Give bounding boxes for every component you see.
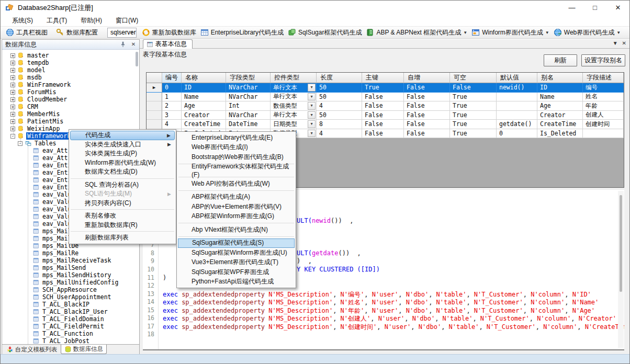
context-menu-item-11[interactable]: 重新加载数据库(R)	[70, 221, 175, 230]
grid-cell-0-1[interactable]: ID	[182, 83, 226, 93]
tree-database-tempdb[interactable]: +tempdb	[2, 59, 50, 66]
submenu-item-15[interactable]: SqlSugar框架Winform界面生成(U)	[178, 248, 295, 258]
sidebar-close-icon[interactable]: ✕	[130, 41, 137, 48]
set-field-alias-button[interactable]: 设置字段别名	[581, 54, 625, 66]
tree-table-11[interactable]: mps_MailAt	[2, 228, 80, 235]
database-type-combobox[interactable]: sqlserver▼	[107, 28, 137, 38]
grid-cell-4-0[interactable]: 4	[162, 120, 182, 129]
context-menu-item-0[interactable]: 代码生成▶	[70, 131, 175, 140]
grid-column-header-2[interactable]: 字段类型	[226, 73, 271, 83]
grid-column-header-6[interactable]: 自增	[404, 73, 450, 83]
tab-close-icon[interactable]: ✕	[622, 40, 626, 46]
grid-cell-1-4[interactable]: 50	[317, 93, 362, 102]
tree-scrollbar-thumb[interactable]	[136, 52, 138, 66]
grid-cell-3-5[interactable]: False	[362, 111, 404, 120]
grid-row-0[interactable]: ▶0IDNVarChar单行文本▼50TrueFalseFalsenewid()…	[147, 83, 624, 93]
submenu-item-10[interactable]: ABP框架Winform界面生成(G)	[178, 212, 295, 222]
tree-database-MemberMis[interactable]: +MemberMis	[2, 110, 61, 118]
context-menu-item-8[interactable]: 拷贝列表内容(C)	[70, 199, 175, 208]
grid-cell-2-2[interactable]: Int	[226, 101, 271, 111]
cell-combobox-button[interactable]: ▼	[308, 130, 316, 138]
grid-cell-2-4[interactable]: 4	[317, 101, 362, 111]
grid-row-1[interactable]: 1NameNVarChar单行文本▼50FalseFalseTrueName姓名	[147, 93, 624, 102]
grid-column-header-10[interactable]: 字段描述	[583, 73, 624, 83]
grid-cell-3-7[interactable]: True	[450, 111, 497, 120]
grid-column-header-1[interactable]: 名称	[182, 73, 226, 83]
tree-table-14[interactable]: mps_MailRe	[2, 249, 80, 257]
grid-row-2[interactable]: 2AgeInt数值类型▼4FalseFalseTrueAge年龄	[147, 101, 624, 111]
grid-cell-3-0[interactable]: 3	[162, 111, 182, 120]
grid-cell-5-7[interactable]: True	[450, 129, 497, 139]
grid-cell-3-2[interactable]: NVarChar	[226, 111, 271, 120]
grid-cell-2-3[interactable]: 数值类型▼	[271, 101, 317, 111]
grid-cell-3-10[interactable]: 创建人	[583, 111, 624, 120]
grid-cell-1-10[interactable]: 姓名	[583, 93, 624, 102]
grid-cell-2-8[interactable]	[497, 101, 537, 111]
toolbar-button-6[interactable]: ABP & ABPNext 框架代码生成▼	[364, 27, 469, 38]
grid-row-selector[interactable]: ▶	[147, 83, 162, 93]
submenu-item-17[interactable]: SqlSugar框架WPF界面生成	[178, 267, 295, 277]
grid-column-header-3[interactable]: 控件类型	[271, 73, 317, 83]
tree-table-22[interactable]: T_ACL_BlackIP_User	[2, 308, 109, 315]
toolbar-button-8[interactable]: Web界面代码生成▼	[552, 27, 623, 38]
tree-database-model[interactable]: +model	[2, 66, 47, 74]
context-menu-item-10[interactable]: 表别名修改	[70, 211, 175, 221]
sidebar-tab-0[interactable]: 自定义模板列表	[3, 345, 61, 354]
grid-row-4[interactable]: 4CreateTimeDateTime日期类型▼8FalseFalseTrueg…	[147, 120, 624, 129]
menubar-item-1[interactable]: 工具(T)	[41, 15, 72, 26]
grid-cell-5-6[interactable]: False	[404, 129, 450, 139]
submenu-item-16[interactable]: Vue3+Element界面代码生成(T)	[178, 258, 295, 268]
close-button[interactable]: ✕	[606, 1, 629, 15]
menubar-item-0[interactable]: 系统(S)	[7, 15, 38, 26]
context-menu-item-13[interactable]: 刷新数据库列表	[70, 233, 175, 243]
tree-table-23[interactable]: T_ACL_FieldDomain	[2, 315, 105, 323]
grid-cell-0-8[interactable]: newid()	[497, 83, 537, 93]
grid-cell-5-9[interactable]: Is_Deleted	[537, 129, 583, 139]
sql-scrollbar-thumb[interactable]	[620, 195, 622, 292]
tree-table-21[interactable]: T_ACL_BlackIP	[2, 301, 91, 308]
cell-combobox-button[interactable]: ▼	[308, 102, 316, 110]
context-menu-item-1[interactable]: 实体类生成快速入口▶	[70, 140, 175, 150]
tree-table-1[interactable]: eav_Attrib	[2, 154, 80, 162]
tree-table-5[interactable]: eav_Entity	[2, 184, 80, 191]
tree-database-master[interactable]: +master	[2, 52, 50, 59]
cell-combobox-button[interactable]: ▼	[308, 111, 316, 119]
grid-cell-0-6[interactable]: False	[404, 83, 450, 93]
tree-table-18[interactable]: mps_MailUnifiedConfig	[2, 279, 119, 286]
submenu-item-18[interactable]: Python+FastApi后端代码生成	[178, 277, 295, 287]
toolbar-button-4[interactable]: EnterpriseLibrary代码生成	[198, 27, 286, 38]
submenu-item-8[interactable]: ABP框架代码生成(A)	[178, 192, 295, 202]
grid-cell-4-6[interactable]: False	[404, 120, 450, 129]
submenu-item-4[interactable]: EntityFramework实体框架代码生成(F)	[178, 166, 295, 176]
grid-cell-2-5[interactable]: False	[362, 101, 404, 111]
grid-cell-0-2[interactable]: NVarChar	[226, 83, 271, 93]
grid-cell-2-10[interactable]: 年龄	[583, 101, 624, 111]
tree-database-ForumMis[interactable]: +ForumMis	[2, 88, 57, 96]
grid-cell-0-4[interactable]: 50	[317, 83, 362, 93]
minimize-button[interactable]: —	[560, 1, 583, 15]
grid-cell-4-2[interactable]: DateTime	[226, 120, 271, 129]
sidebar-tab-1[interactable]: 数据库信息	[61, 345, 107, 354]
submenu-item-6[interactable]: Web API控制器代码生成(W)	[178, 179, 295, 189]
submenu-item-9[interactable]: ABP的Vue+Element界面代码(V)	[178, 202, 295, 212]
sql-vertical-scrollbar[interactable]	[618, 191, 624, 348]
toolbar-button-1[interactable]: 数据库配置	[54, 27, 100, 38]
grid-row-selector[interactable]	[147, 111, 162, 120]
grid-cell-4-9[interactable]: CreateTime	[537, 120, 583, 129]
grid-cell-1-9[interactable]: Name	[537, 93, 583, 102]
submenu-item-12[interactable]: Abp VNext框架代码生成(N)	[178, 225, 295, 235]
tree-database-CRM[interactable]: +CRM	[2, 103, 39, 110]
grid-cell-0-3[interactable]: 单行文本▼	[271, 83, 317, 93]
grid-cell-1-5[interactable]: False	[362, 93, 404, 102]
tree-table-24[interactable]: T_ACL_FieldPermit	[2, 323, 105, 330]
grid-cell-4-10[interactable]: 创建时间	[583, 120, 624, 129]
grid-cell-3-8[interactable]	[497, 111, 537, 120]
grid-column-header-5[interactable]: 主键	[362, 73, 404, 83]
toolbar-button-3[interactable]: 重新加载数据库	[140, 27, 198, 38]
maximize-button[interactable]: □	[583, 1, 606, 15]
tree-table-17[interactable]: mps_MailSendHistory	[2, 271, 113, 279]
grid-cell-2-9[interactable]: Age	[537, 101, 583, 111]
grid-cell-5-5[interactable]: False	[362, 129, 404, 139]
menubar-item-3[interactable]: 窗口(W)	[110, 15, 143, 26]
submenu-item-1[interactable]: Web界面代码生成(I)	[178, 143, 295, 153]
